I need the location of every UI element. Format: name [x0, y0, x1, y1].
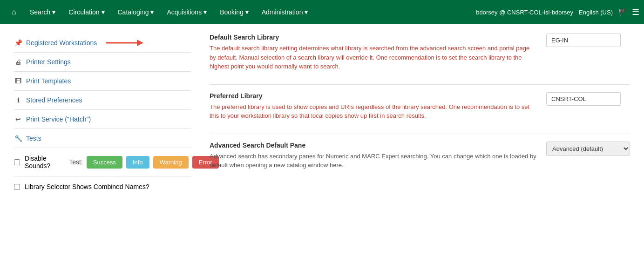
- nav-circulation-dropdown-icon: ▾: [102, 8, 105, 16]
- disable-sounds-row: Disable Sounds? Test: Success Info Warni…: [14, 148, 191, 176]
- advanced-search-desc: Advanced search has secondary panes for …: [210, 152, 537, 170]
- nav-search-dropdown-icon: ▾: [52, 8, 55, 16]
- navbar-right: bdorsey @ CNSRT-COL-isl-bdorsey English …: [476, 7, 639, 17]
- preferred-library-title: Preferred Library: [210, 92, 537, 100]
- divider-1: [210, 84, 630, 85]
- advanced-search-control: Advanced (default) Numeric MARC Expert: [546, 142, 630, 156]
- print-templates-item[interactable]: 🎞 Print Templates: [14, 72, 191, 91]
- printer-settings-item[interactable]: 🖨 Printer Settings: [14, 53, 191, 72]
- left-panel: 📌 Registered Workstations 🖨 Printer Sett…: [14, 34, 191, 255]
- preferred-library-desc: The preferred library is used to show co…: [210, 102, 537, 121]
- nav-acquisitions-label: Acquisitions: [167, 8, 202, 16]
- registered-workstations-item[interactable]: 📌 Registered Workstations: [14, 34, 191, 53]
- stored-preferences-item[interactable]: ℹ Stored Preferences: [14, 91, 191, 110]
- navbar: ⌂ Search ▾ Circulation ▾ Cataloging ▾ Ac…: [0, 0, 644, 24]
- wrench-icon: 🔧: [14, 135, 22, 142]
- nav-cataloging-dropdown-icon: ▾: [150, 8, 154, 16]
- test-label: Test:: [69, 158, 83, 166]
- navbar-menu-icon[interactable]: ☰: [632, 7, 639, 17]
- print-service-label: Print Service ("Hatch"): [26, 115, 91, 123]
- main-content: 📌 Registered Workstations 🖨 Printer Sett…: [0, 24, 644, 264]
- test-success-button[interactable]: Success: [87, 156, 122, 169]
- registered-workstations-row: Registered Workstations: [26, 39, 143, 47]
- nav-acquisitions-dropdown-icon: ▾: [203, 8, 207, 16]
- default-search-library-block: Default Search Library The default searc…: [210, 34, 630, 71]
- nav-cataloging[interactable]: Cataloging ▾: [111, 0, 161, 24]
- nav-search[interactable]: Search ▾: [23, 0, 62, 24]
- print-templates-label: Print Templates: [26, 77, 71, 85]
- navbar-user: bdorsey @ CNSRT-COL-isl-bdorsey: [476, 9, 573, 16]
- red-arrow-icon: [106, 40, 143, 46]
- film-icon: 🎞: [14, 77, 22, 85]
- preferred-library-input[interactable]: [546, 92, 621, 106]
- printer-settings-label: Printer Settings: [26, 58, 71, 66]
- nav-booking-dropdown-icon: ▾: [245, 8, 249, 16]
- tests-item[interactable]: 🔧 Tests: [14, 129, 191, 148]
- hatch-icon: ↩: [14, 115, 22, 123]
- test-warning-button[interactable]: Warning: [153, 156, 189, 169]
- nav-circulation-label: Circulation: [68, 8, 99, 16]
- nav-search-label: Search: [30, 8, 50, 16]
- test-info-button[interactable]: Info: [126, 156, 149, 169]
- nav-booking[interactable]: Booking ▾: [213, 0, 255, 24]
- advanced-search-text: Advanced Search Default Pane Advanced se…: [210, 142, 537, 170]
- default-search-library-title: Default Search Library: [210, 34, 537, 41]
- navbar-locale: English (US): [579, 9, 613, 16]
- advanced-search-block: Advanced Search Default Pane Advanced se…: [210, 142, 630, 170]
- preferred-library-text: Preferred Library The preferred library …: [210, 92, 537, 121]
- advanced-search-row: Advanced Search Default Pane Advanced se…: [210, 142, 630, 170]
- nav-administration-dropdown-icon: ▾: [305, 8, 308, 16]
- divider-2: [210, 134, 630, 134]
- nav-administration-label: Administration: [262, 8, 303, 16]
- default-search-library-text: Default Search Library The default searc…: [210, 34, 537, 71]
- tests-label: Tests: [26, 135, 41, 142]
- test-buttons-group: Test: Success Info Warning Error: [69, 156, 218, 169]
- default-search-library-control: [546, 34, 630, 47]
- nav-booking-label: Booking: [220, 8, 244, 16]
- registered-workstations-label: Registered Workstations: [26, 39, 97, 47]
- preferred-library-row: Preferred Library The preferred library …: [210, 92, 630, 121]
- preferred-library-control: [546, 92, 630, 106]
- nav-cataloging-label: Cataloging: [118, 8, 149, 16]
- pin-icon: 📌: [14, 39, 22, 47]
- library-selector-label: Library Selector Shows Combined Names?: [25, 183, 149, 190]
- default-search-library-input[interactable]: [546, 34, 621, 47]
- print-service-item[interactable]: ↩ Print Service ("Hatch"): [14, 110, 191, 129]
- library-selector-row: Library Selector Shows Combined Names?: [14, 176, 191, 197]
- home-button[interactable]: ⌂: [5, 0, 23, 24]
- disable-sounds-label: Disable Sounds?: [25, 155, 50, 169]
- printer-icon: 🖨: [14, 58, 22, 66]
- flag-icon: 🏴: [618, 8, 626, 16]
- disable-sounds-checkbox[interactable]: [14, 159, 20, 165]
- nav-acquisitions[interactable]: Acquisitions ▾: [160, 0, 213, 24]
- preferred-library-block: Preferred Library The preferred library …: [210, 92, 630, 121]
- advanced-search-title: Advanced Search Default Pane: [210, 142, 537, 149]
- default-search-library-row: Default Search Library The default searc…: [210, 34, 630, 71]
- info-icon: ℹ: [14, 96, 22, 104]
- advanced-search-select[interactable]: Advanced (default) Numeric MARC Expert: [546, 142, 630, 156]
- nav-administration[interactable]: Administration ▾: [255, 0, 315, 24]
- library-selector-checkbox[interactable]: [14, 184, 20, 190]
- nav-circulation[interactable]: Circulation ▾: [62, 0, 111, 24]
- stored-preferences-label: Stored Preferences: [26, 96, 82, 104]
- default-search-library-desc: The default search library setting deter…: [210, 44, 537, 71]
- right-panel: Default Search Library The default searc…: [210, 34, 630, 255]
